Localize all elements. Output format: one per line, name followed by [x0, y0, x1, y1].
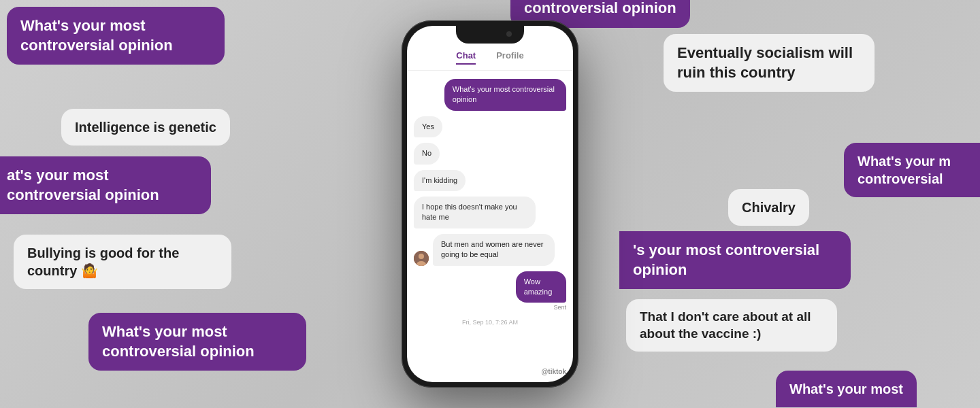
msg-sent-1: What's your most controversial opinion [444, 79, 566, 111]
phone-screen: Chat Profile What's your most controvers… [407, 26, 573, 382]
bubble-10: 's your most controversial opinion [619, 231, 851, 289]
bubble-7: Eventually socialism will ruin this coun… [664, 34, 875, 92]
msg-received-1: Yes [414, 116, 442, 137]
phone-notch [456, 26, 524, 44]
svg-point-1 [419, 254, 424, 259]
tiktok-watermark: @tiktok [542, 368, 566, 375]
tab-chat[interactable]: Chat [456, 48, 476, 65]
user-avatar [414, 251, 429, 266]
msg-received-2: No [414, 143, 440, 164]
bubble-5: What's your most controversial opinion [88, 313, 306, 371]
msg-received-5: But men and women are never going to be … [433, 234, 555, 266]
avatar-image [414, 251, 429, 266]
msg-received-4: I hope this doesn't make you hate me [414, 197, 536, 228]
bubble-8: What's your m controversial [844, 143, 980, 197]
phone: Chat Profile What's your most controvers… [402, 20, 578, 388]
phone-wrapper: Chat Profile What's your most controvers… [402, 20, 578, 388]
msg-received-avatar-wrap: But men and women are never going to be … [414, 234, 566, 266]
bubble-1: What's your most controversial opinion [7, 7, 225, 65]
chat-messages: What's your most controversial opinion Y… [407, 71, 573, 382]
tab-profile[interactable]: Profile [496, 48, 523, 65]
bubble-2: Intelligence is genetic [61, 109, 230, 146]
chat-timestamp: Fri, Sep 10, 7:26 AM [414, 319, 566, 326]
bubble-9: Chivalry [728, 189, 809, 226]
sent-label: Sent [553, 304, 566, 311]
bubble-4: Bullying is good for the country 🤷 [14, 235, 231, 289]
bubble-12: What's your most [776, 371, 917, 407]
bubble-3: at's your most controversial opinion [0, 156, 211, 214]
msg-sent-2: Wow amazing [516, 271, 566, 303]
camera-dot [506, 31, 512, 37]
bubble-11: That I don't care about at all about the… [626, 299, 837, 352]
msg-received-3: I'm kidding [414, 170, 466, 191]
